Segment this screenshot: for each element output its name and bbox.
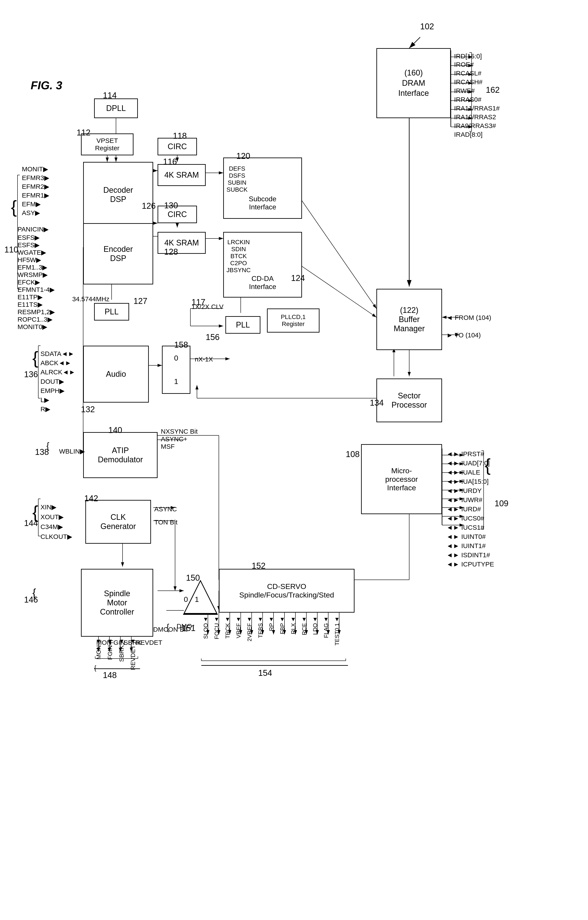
async-label: ASYNC [154,505,177,513]
ref-142: 142 [84,494,98,503]
sig-trck: TRCK▲ [224,617,231,639]
sig-monit0: MONIT0▶ [18,323,47,330]
pllcd-reg-block: PLLCD,1Register [267,308,319,332]
wblin-label: WBLIN▶ [59,447,85,455]
sig-ircasl: IRCASL# [454,70,481,77]
sig-prst: ◄► IPRST# [446,450,484,458]
ref-136: 136 [24,370,38,379]
sig-sdata: SDATA◄► [40,350,75,358]
pll2-label: PLL [236,320,250,329]
mux-triangle-inner [185,581,216,613]
decoder-dsp-block: DecoderDSP [83,162,153,228]
ref-109: 109 [494,499,509,508]
sram1-block: 4K SRAM [157,164,206,186]
sig-l: L▶ [40,396,49,404]
decoder-dsp-label: DecoderDSP [103,186,133,204]
dpll-label: DPLL [106,104,126,113]
sig-ucs1: ◄► IUCS1# [446,524,484,531]
sig-flag: FLAG▲ [323,617,330,638]
sector-proc-label: SectorProcessor [392,391,427,410]
sig-resmp: RESMP1,2▶ [18,308,55,316]
sig-alrck: ALRCK◄► [40,368,75,376]
micro-iface-block: Micro-processorInterface [361,444,442,514]
svg-line-25 [293,188,376,308]
sig-ira11: IRA11/RRAS1# [454,105,500,112]
sig-urdy: ◄► IURDY [446,487,482,494]
sig-ucs0: ◄► IUCS0# [446,515,484,522]
sig-urd: ◄► IURD# [446,505,481,513]
ref-140: 140 [109,426,122,435]
ref-112: 112 [76,128,91,138]
sig-sdint1: ◄► ISDINT1# [446,551,490,559]
sig-efm: EFM▶ [22,200,41,208]
buf-mgr-block: (122)BufferManager [376,289,442,350]
to-104: ► TO (104) [446,332,481,339]
brace-110: { [11,197,17,217]
subcode-label: SubcodeInterface [249,195,276,211]
sig-fgin-v: FGIN▲ [107,638,113,660]
sig-revdet-v: REVDET▲ [130,638,136,670]
pll-freq: 34.5744MHz [72,295,109,303]
brace-dmcon: { [166,622,169,632]
svg-line-101 [409,37,420,48]
sram2-label: 4K SRAM [164,238,199,248]
ref-120: 120 [236,151,250,161]
brace-136: { [32,348,38,368]
ref-162: 162 [486,85,500,95]
brace-154-line [201,665,348,666]
sig-2vref: 2VREF▲ [246,617,253,641]
cdservo-label: CD-SERVOSpindle/Focus/Tracking/Sted [239,582,334,599]
sig-tebs: TEBS▲ [257,617,264,638]
ref-148: 148 [103,671,117,680]
dram-block: (160)DRAMInterface [376,48,451,118]
sig-asy: ASY▶ [22,209,40,217]
sig-efmnt: EFMNT1-4▶ [18,286,55,293]
sig-esfs2: ESFS▶ [18,241,40,249]
sig-efmr2: EFMR2▶ [22,183,49,190]
diagram-container: FIG. 3 102 (160)DRAMInterface IRD[15:0] … [0,0,588,920]
clk-gen-label: CLKGenerator [100,513,136,531]
sig-wrsmp: WRSMP▶ [18,271,48,279]
sig-rp: RP▲ [268,617,275,631]
mux-block: 0 1 [162,346,190,394]
atip-demod-block: ATIPDemodulator [83,432,157,478]
sig-vref: VREF▲ [235,617,242,638]
sig-c34m: C34M▶ [40,523,63,531]
ref-102: 102 [420,22,434,31]
ref-116: 116 [163,157,177,167]
subcode-signals: DEFSDSFSSUBINSUBCK [227,165,248,193]
circ1-label: CIRC [168,142,187,151]
ref-117: 117 [191,298,205,307]
sig-panicin: PANICIN▶ [18,225,49,233]
sig-uad: ◄► IUAD[7:0] [446,460,490,467]
sig-mon-v: MON▲ [95,638,102,659]
sig-abck: ABCK◄► [40,359,71,367]
sig-test01: TEST0,1▲ [334,617,340,646]
sig-efmr3: EFMR3▶ [22,174,49,181]
sig-efck: EFCK▶ [18,278,40,286]
cdda-iface-block: LRCKINSDINBTCKC2POJBSYNC CD-DAInterface [223,232,302,298]
clk-gen-block: CLKGenerator [85,500,151,544]
sig-sloo: SLOO▲ [202,617,209,639]
sig-uint0: ◄► IUINT0# [446,533,486,540]
sig-irras0: IRRAS0# [454,96,481,103]
dram-label: (160)DRAMInterface [398,68,429,99]
sram1-label: 4K SRAM [164,170,199,180]
ref-118: 118 [173,131,187,141]
sig-esfs1: ESFS▶ [18,234,40,241]
spindle-motor-block: SpindleMotorController [81,569,153,637]
mux-label-0: 0 [184,595,188,604]
ref-124: 124 [291,274,305,283]
sig-focu: FOCU▲ [213,617,220,639]
async-msf-label: ASYNC+MSF [161,436,187,450]
sig-r: R▶ [40,405,50,413]
dpll-block: DPLL [94,99,138,118]
encoder-dsp-label: EncoderDSP [104,245,133,263]
ref-146: 146 [24,595,38,604]
ref-144: 144 [24,518,38,528]
sig-iroe: IROE# [454,61,474,68]
ref-138: 138 [35,447,49,457]
circ2-label: CIRC [168,210,187,219]
sig-ira10: IRA10/RRAS2 [454,113,496,121]
sig-dout: DOUT▶ [40,377,64,385]
